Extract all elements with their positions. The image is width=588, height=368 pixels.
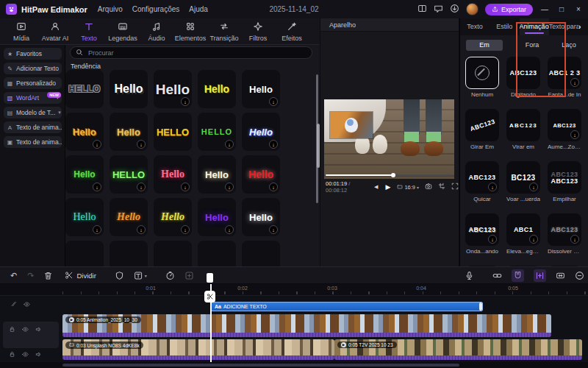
- menu-ajuda[interactable]: Ajuda: [189, 5, 208, 13]
- mute-icon[interactable]: [35, 326, 42, 334]
- tab-legendas[interactable]: Legendas: [106, 21, 140, 42]
- tab-estilo[interactable]: Estilo: [490, 18, 519, 35]
- close-button[interactable]: ×: [573, 5, 584, 13]
- animation-item-quicar[interactable]: ABC123↓ Quicar: [465, 161, 499, 202]
- preview-progress-bar[interactable]: [326, 174, 452, 176]
- wordart-item[interactable]: HELLO: [65, 70, 104, 108]
- auto-ripple-button[interactable]: [534, 269, 546, 282]
- video-clip-animation[interactable]: ▶ 0:05 Animation_2025_10_30: [62, 314, 551, 337]
- wordart-item[interactable]: HELLO: [154, 113, 192, 151]
- sidebar-item-wordart[interactable]: ▧ WordArt ▾ NEW: [4, 92, 62, 104]
- lock-icon[interactable]: [9, 326, 15, 334]
- tab-transicao[interactable]: Transição: [207, 21, 241, 42]
- fit-timeline-button[interactable]: [556, 271, 565, 280]
- timeline-ruler[interactable]: 0:01 0:02 0:03 0:04 0:05: [0, 284, 588, 296]
- wordart-item[interactable]: [154, 241, 192, 266]
- wordart-item[interactable]: Hello↓: [154, 70, 192, 108]
- animation-item-zoom[interactable]: ABC123↓ Aume...Zoom: [548, 109, 581, 150]
- redo-button[interactable]: ↷: [27, 271, 34, 280]
- maximize-button[interactable]: □: [556, 5, 567, 13]
- tab-texto-props[interactable]: Texto: [460, 18, 490, 35]
- wordart-item[interactable]: Hello↓: [154, 155, 192, 194]
- hscrollbar-thumb[interactable]: [62, 364, 459, 367]
- text-tool-button[interactable]: ▾: [134, 271, 147, 280]
- mute-icon[interactable]: [35, 351, 42, 359]
- animation-item-digitando[interactable]: ABC123 Digitando: [506, 57, 540, 98]
- undo-button[interactable]: ↶: [10, 271, 17, 280]
- tab-elementos[interactable]: Elementos: [173, 21, 207, 42]
- sidebar-item-texto-animado-1[interactable]: A Texto de anima...: [4, 121, 62, 133]
- animation-item-empilhar[interactable]: ABC123ABC123 Empilhar: [548, 161, 581, 202]
- subtab-em[interactable]: Em: [466, 40, 503, 51]
- snapshot-icon[interactable]: [425, 183, 432, 191]
- export-button[interactable]: Exportar: [485, 4, 533, 15]
- eye-icon[interactable]: [24, 301, 30, 309]
- download-center-icon[interactable]: [450, 4, 459, 15]
- tab-audio[interactable]: Áudio: [140, 21, 173, 42]
- animation-item-nenhum[interactable]: Nenhum: [465, 57, 499, 98]
- lock-icon[interactable]: [9, 351, 15, 359]
- wordart-item[interactable]: HELLO↓: [110, 155, 148, 194]
- zoom-out-button[interactable]: [575, 271, 584, 280]
- aspect-ratio-select[interactable]: 16:9 ▾: [397, 184, 419, 191]
- animation-item-elevacao[interactable]: ABC1↓ Eleva...egada: [506, 213, 540, 255]
- animation-item-onda[interactable]: ABC123↓ Onda...ando: [465, 213, 499, 255]
- panel-collapse-handle[interactable]: [317, 124, 320, 168]
- tab-efeitos[interactable]: Efeitos: [275, 21, 309, 42]
- text-clip[interactable]: Aa ADICIONE TEXTO: [211, 302, 483, 311]
- freeze-frame-button[interactable]: [184, 271, 194, 280]
- wordart-item[interactable]: [242, 241, 280, 266]
- wordart-item[interactable]: HELLO↓: [198, 113, 236, 151]
- tab-avatar-ai[interactable]: Avatar AI: [38, 21, 72, 42]
- delete-button[interactable]: [43, 271, 53, 280]
- wordart-item[interactable]: Hello: [110, 70, 148, 108]
- wordart-item[interactable]: Hello: [198, 70, 236, 108]
- eye-icon[interactable]: [22, 326, 29, 334]
- subtab-laco[interactable]: Laço: [553, 41, 584, 49]
- search-bar[interactable]: [70, 46, 312, 59]
- wordart-item[interactable]: Hello↓: [242, 155, 280, 194]
- wordart-item[interactable]: Hello↓: [242, 70, 280, 108]
- wordart-item[interactable]: Hello↓: [242, 198, 280, 236]
- wordart-item[interactable]: Hello↓: [65, 155, 104, 194]
- bird-overlay-clip[interactable]: [330, 112, 373, 138]
- video-preview[interactable]: [324, 99, 454, 179]
- animation-item-dissolver[interactable]: ABC123↓ Dissolver Em: [548, 213, 581, 255]
- crop-grid-icon[interactable]: [438, 183, 445, 191]
- clip-trim-handle[interactable]: [479, 302, 482, 311]
- split-scissors-cursor[interactable]: [204, 291, 215, 302]
- record-voiceover-button[interactable]: [465, 271, 474, 280]
- tab-texto-para[interactable]: Texto para: [549, 18, 578, 35]
- link-clips-button[interactable]: [492, 271, 502, 280]
- magnet-snap-button[interactable]: [512, 269, 524, 282]
- wordart-item[interactable]: Hello↓: [65, 113, 104, 151]
- animation-item-voar[interactable]: BC123↓ Voar ...uerda: [506, 161, 540, 202]
- wordart-item[interactable]: [110, 241, 148, 266]
- play-button[interactable]: ▶: [385, 183, 390, 191]
- split-button[interactable]: Dividir: [65, 271, 96, 280]
- feedback-icon[interactable]: [434, 4, 443, 15]
- chevron-right-icon[interactable]: ›: [578, 23, 588, 31]
- wordart-item[interactable]: Hello↓: [154, 198, 192, 236]
- eye-icon[interactable]: [22, 351, 29, 359]
- animation-item-fantasia[interactable]: ABC1 2 3↓ Fanta...de In: [548, 57, 581, 98]
- wordart-item[interactable]: Hello↓: [65, 198, 104, 236]
- playhead-handle[interactable]: [207, 273, 213, 283]
- wordart-item[interactable]: Hello↓: [242, 113, 280, 151]
- previous-frame-button[interactable]: ◀: [374, 184, 378, 190]
- timeline-hscrollbar[interactable]: [0, 362, 588, 368]
- menu-arquivo[interactable]: Arquivo: [98, 5, 123, 13]
- wordart-item[interactable]: [65, 241, 104, 266]
- progress-knob[interactable]: [391, 173, 395, 177]
- sidebar-item-favoritos[interactable]: ★ Favoritos: [4, 48, 62, 60]
- tab-animacao[interactable]: Animação: [520, 18, 549, 35]
- sidebar-item-personalizado[interactable]: ▦ Personalizado: [4, 77, 62, 89]
- tab-texto[interactable]: Texto: [72, 21, 106, 42]
- search-input[interactable]: [87, 49, 306, 57]
- wordart-item[interactable]: [198, 241, 236, 266]
- fullscreen-icon[interactable]: [451, 183, 459, 191]
- wordart-item[interactable]: Hello↓: [110, 113, 148, 151]
- animation-item-virar[interactable]: ABC123 Virar em: [506, 109, 540, 150]
- menu-configuracoes[interactable]: Configurações: [132, 5, 179, 13]
- sidebar-item-adicionar-texto[interactable]: ✎ Adicionar Texto: [4, 63, 62, 74]
